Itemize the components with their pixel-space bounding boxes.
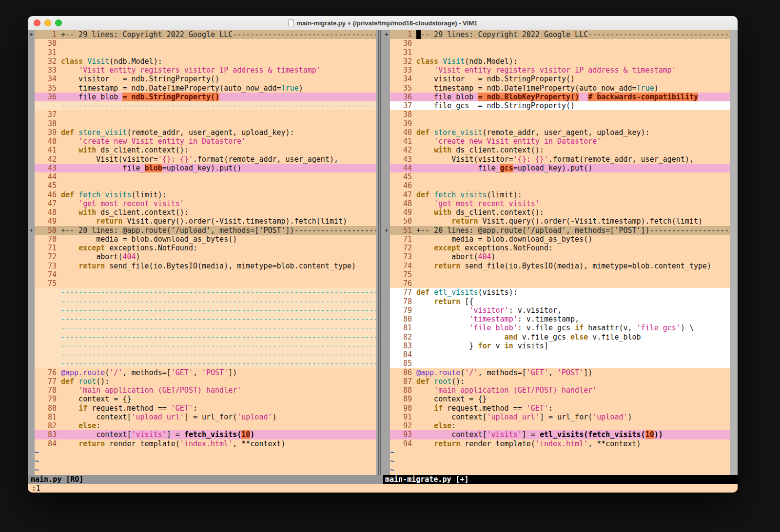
right-scrollbar[interactable] [730,30,738,475]
fold-line[interactable]: +51+-- 20 lines: @app.route('/upload', m… [383,226,730,235]
code-line[interactable]: 79 'visitor': v.visitor, [383,306,730,315]
code-line[interactable]: 46def fetch_visits(limit): [28,190,376,199]
code-line[interactable]: 32class Visit(ndb.Model): [383,57,730,66]
code-line[interactable]: 35 timestamp = ndb.DateTimeProperty(auto… [28,84,376,93]
code-line[interactable]: 36 file_blob = ndb.BlobKeyProperty() # b… [383,93,730,101]
code-line[interactable]: 75 [383,270,730,279]
code-token-t: request.method == [443,404,526,413]
code-line[interactable]: 46 [383,181,730,190]
code-line[interactable]: 31 [383,48,730,57]
code-line[interactable]: 49 return Visit.query().order(-Visit.tim… [28,217,376,226]
code-line[interactable]: 72 except exceptions.NotFound: [383,244,730,252]
code-line[interactable]: 32class Visit(ndb.Model): [28,57,376,66]
code-line[interactable]: 41 'create new Visit entity in Datastore… [383,137,730,146]
code-line[interactable]: 47 'get most recent visits' [28,199,376,208]
fold-line[interactable]: +1+-- 29 lines: Copyright 2022 Google LL… [28,30,376,39]
code-line[interactable]: 93 context['visits'] = etl_visits(fetch_… [383,430,730,439]
code-line[interactable]: 31 [28,48,376,57]
code-line[interactable]: 75 [28,279,376,288]
code-line[interactable]: 73 return send_file(io.BytesIO(media), m… [28,262,376,270]
code-line[interactable]: 78 'main application (GET/POST) handler' [28,386,376,395]
code-line[interactable]: 79 context = {} [28,395,376,403]
fold-line[interactable]: +1+-- 29 lines: Copyright 2022 Google LL… [383,30,730,39]
code-line[interactable]: 78 return [{ [383,297,730,306]
code-line[interactable]: 49 with ds_client.context(): [383,208,730,217]
code-line[interactable]: 33 'Visit entity registers visitor IP ad… [28,66,376,75]
code-line[interactable]: 76 [383,279,730,288]
code-line[interactable]: 86@app.route('/', methods=['GET', 'POST'… [383,368,730,377]
code-line[interactable]: 83 } for v in visits] [383,342,730,350]
code-line[interactable]: 38 [28,119,376,128]
code-line[interactable]: 47def fetch_visits(limit): [383,190,730,199]
code-line[interactable]: 73 abort(404) [383,252,730,261]
code-line[interactable]: 45 [28,181,376,190]
code-line[interactable]: 88 'main application (GET/POST) handler' [383,386,730,395]
code-line[interactable]: 83 context['visits'] = fetch_visits(10) [28,430,376,439]
code-line[interactable]: 77def root(): [28,377,376,386]
code-line[interactable]: 74 [28,270,376,279]
right-pane-main-migrate-py[interactable]: +1+-- 29 lines: Copyright 2022 Google LL… [383,30,730,475]
code-line[interactable]: 50 return Visit.query().order(-Visit.tim… [383,217,730,226]
code-line[interactable]: 37 [28,110,376,119]
code-line[interactable]: 91 context['upload_url'] = url_for('uplo… [383,413,730,421]
code-line[interactable]: 43 file_blob=upload_key).put() [28,164,376,172]
code-line[interactable]: 80 'timestamp': v.timestamp, [383,315,730,323]
code-line[interactable]: 82 and v.file_gcs else v.file_blob [383,333,730,342]
code-line[interactable]: 30 [383,39,730,48]
minimize-button-icon[interactable] [44,19,51,26]
fold-marker-icon[interactable]: + [383,226,390,235]
code-line[interactable]: 85 [383,359,730,368]
left-pane-main-py[interactable]: +1+-- 29 lines: Copyright 2022 Google LL… [28,30,376,475]
code-line[interactable]: 34 visitor = ndb.StringProperty() [28,75,376,83]
code-line[interactable]: 37 file_gcs = ndb.StringProperty() [383,101,730,110]
code-line[interactable]: 70 media = blob.download_as_bytes() [28,235,376,244]
code-line[interactable]: 48 'get most recent visits' [383,199,730,208]
code-line[interactable]: 36 file_blob = ndb.StringProperty() [28,93,376,101]
code-line[interactable]: 44 [28,172,376,181]
code-line[interactable]: 35 timestamp = ndb.DateTimeProperty(auto… [383,84,730,93]
code-line[interactable]: 43 Visit(visitor='{}: {}'.format(remote_… [383,155,730,164]
titlebar[interactable]: main-migrate.py + (/private/tmp/mod16-cl… [28,16,738,30]
code-line[interactable]: 44 file_gcs=upload_key).put() [383,164,730,172]
code-token-t: ) \ [681,323,694,332]
fold-marker-icon[interactable]: + [28,30,35,39]
close-button-icon[interactable] [34,19,40,26]
code-line[interactable]: 74 return send_file(io.BytesIO(media), m… [383,262,730,270]
vertical-split-separator[interactable] [376,30,383,475]
code-line[interactable]: 94 return render_template('index.html', … [383,439,730,448]
code-line[interactable]: 84 [383,350,730,359]
fold-marker-icon[interactable]: + [383,30,390,39]
fold-line[interactable]: +50+-- 20 lines: @app.route('/upload', m… [28,226,376,235]
fold-marker-icon[interactable]: + [28,226,35,235]
code-line[interactable]: 89 context = {} [383,395,730,403]
code-line[interactable]: 41 with ds_client.context(): [28,146,376,154]
code-line[interactable]: 39def store_visit(remote_addr, user_agen… [28,128,376,137]
code-line[interactable]: 48 with ds_client.context(): [28,208,376,217]
code-line[interactable]: 34 visitor = ndb.StringProperty() [383,75,730,83]
code-line[interactable]: 81 context['upload_url'] = url_for('uplo… [28,413,376,421]
fullscreen-button-icon[interactable] [55,19,62,26]
code-line[interactable]: 77def etl_visits(visits): [383,288,730,297]
code-line[interactable]: 42 with ds_client.context(): [383,146,730,154]
code-line[interactable]: 92 else: [383,421,730,430]
code-line[interactable]: 33 'Visit entity registers visitor IP ad… [383,66,730,75]
code-line[interactable]: 87def root(): [383,377,730,386]
code-line[interactable]: 71 media = blob.download_as_bytes() [383,235,730,244]
code-line[interactable]: 81 'file_blob': v.file_gcs if hasattr(v,… [383,323,730,332]
code-line[interactable]: 90 if request.method == 'GET': [383,404,730,413]
fold-column [383,279,390,288]
command-line[interactable]: :1 [28,484,738,493]
code-line[interactable]: 42 Visit(visitor='{}: {}'.format(remote_… [28,155,376,164]
code-line[interactable]: 30 [28,39,376,48]
code-line[interactable]: 39 [383,119,730,128]
code-line[interactable]: 76@app.route('/', methods=['GET', 'POST'… [28,368,376,377]
code-line[interactable]: 84 return render_template('index.html', … [28,439,376,448]
code-line[interactable]: 45 [383,172,730,181]
code-line[interactable]: 40def store_visit(remote_addr, user_agen… [383,128,730,137]
code-line[interactable]: 40 'create new Visit entity in Datastore… [28,137,376,146]
code-line[interactable]: 38 [383,110,730,119]
code-line[interactable]: 71 except exceptions.NotFound: [28,244,376,252]
code-line[interactable]: 80 if request.method == 'GET': [28,404,376,413]
code-line[interactable]: 82 else: [28,421,376,430]
code-line[interactable]: 72 abort(404) [28,252,376,261]
